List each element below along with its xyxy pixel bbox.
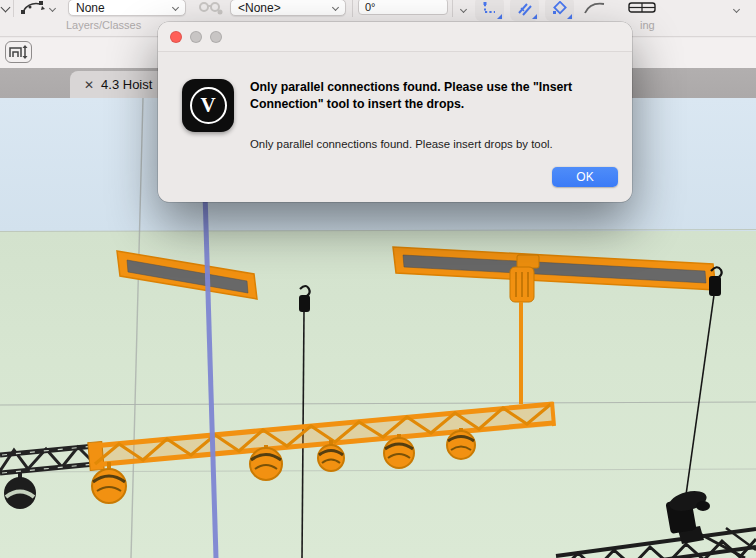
truss-height-button[interactable] [5,41,32,63]
layer-dropdown-value: None [76,1,105,15]
chevron-down-icon[interactable] [1,3,11,13]
diamond-icon [551,1,569,17]
minimize-button[interactable] [190,31,202,43]
close-button[interactable] [170,31,182,43]
angle-field-value: 0° [365,1,376,13]
structure-height-icon [8,44,29,60]
truss-black-section[interactable] [0,446,95,473]
toolbar-group-label: Layers/Classes [66,19,141,31]
horizon-line [0,230,756,232]
parallel-lines-icon [516,1,534,17]
parallel-mode-button[interactable] [510,0,539,21]
dialog-body-text: Only parallel connections found. Please … [250,138,622,150]
truss-bottom-right[interactable] [556,528,756,558]
layer-dropdown[interactable]: None [68,0,186,16]
zoom-button[interactable] [210,31,222,43]
tab-close-icon[interactable]: ✕ [84,78,94,92]
chevron-down-icon[interactable] [460,6,467,13]
tab-label: 4.3 Hoist [101,77,152,92]
app-window: None <None> 0° [0,0,756,558]
glasses-visibility-icon[interactable] [196,0,226,20]
snap-points-mode-button[interactable] [475,0,504,21]
grid-line-vertical [131,98,143,558]
dialog-heading: Only parallel connections found. Please … [250,79,622,113]
class-dropdown[interactable]: <None> [230,0,346,16]
dotted-corner-icon [481,1,499,17]
rotated-mode-button[interactable] [545,0,574,21]
logo-letter: V [200,93,215,118]
vectorworks-logo-icon: V [182,79,234,132]
angle-field[interactable]: 0° [358,0,448,15]
chevron-down-icon [172,4,179,11]
chevron-down-icon [332,4,339,11]
i-beam-right[interactable] [393,247,716,290]
arc-icon[interactable] [584,0,606,18]
class-dropdown-value: <None> [238,1,281,15]
par-fixture-black[interactable] [4,472,36,509]
hoist-cable-middle[interactable] [299,286,310,558]
dialog-titlebar[interactable] [158,22,632,52]
table-grid-icon[interactable] [628,0,656,18]
alert-dialog: V Only parallel connections found. Pleas… [158,22,632,202]
hoist-cable-right[interactable] [685,267,722,502]
chevron-down-icon[interactable] [733,6,740,13]
grid-line-horizontal-1 [0,402,756,405]
ok-button[interactable]: OK [552,167,618,187]
working-plane-blue-line [205,193,216,558]
insert-connection-tool-icon[interactable] [20,0,48,20]
chevron-down-icon[interactable] [49,5,56,12]
toolbar-group-label-partial: ing [640,19,655,31]
